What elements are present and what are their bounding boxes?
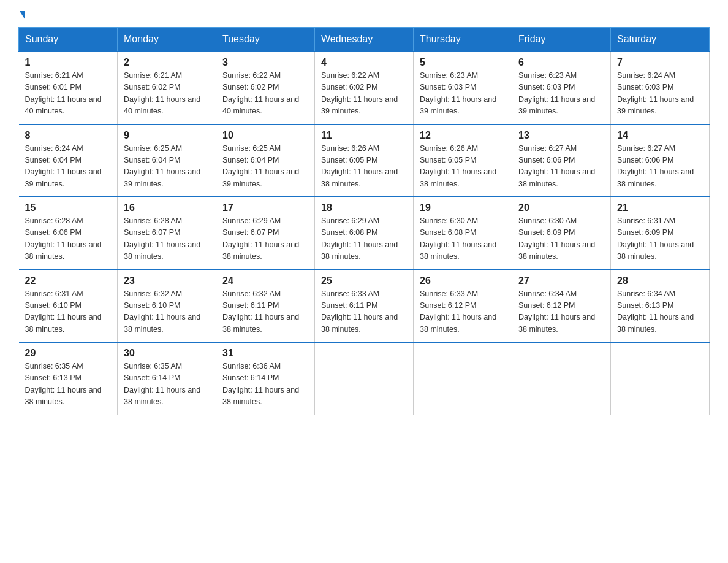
day-number: 31 (222, 348, 308, 359)
calendar-cell: 26 Sunrise: 6:33 AMSunset: 6:12 PMDaylig… (414, 270, 512, 343)
weekday-header-cell: Friday (512, 28, 611, 52)
day-info: Sunrise: 6:24 AMSunset: 6:03 PMDaylight:… (617, 71, 694, 115)
weekday-header-cell: Thursday (414, 28, 512, 52)
calendar-table: SundayMondayTuesdayWednesdayThursdayFrid… (18, 27, 710, 415)
calendar-cell: 22 Sunrise: 6:31 AMSunset: 6:10 PMDaylig… (19, 270, 118, 343)
calendar-cell: 25 Sunrise: 6:33 AMSunset: 6:11 PMDaylig… (315, 270, 414, 343)
day-number: 23 (124, 275, 210, 286)
day-number: 26 (420, 275, 506, 286)
day-info: Sunrise: 6:21 AMSunset: 6:01 PMDaylight:… (25, 71, 102, 115)
day-info: Sunrise: 6:36 AMSunset: 6:14 PMDaylight:… (222, 362, 299, 406)
day-number: 22 (25, 275, 112, 286)
calendar-cell: 2 Sunrise: 6:21 AMSunset: 6:02 PMDayligh… (118, 52, 216, 124)
calendar-cell: 23 Sunrise: 6:32 AMSunset: 6:10 PMDaylig… (118, 270, 216, 343)
day-number: 18 (321, 202, 407, 213)
day-info: Sunrise: 6:34 AMSunset: 6:13 PMDaylight:… (617, 289, 694, 334)
calendar-cell (611, 342, 710, 415)
logo (18, 12, 25, 21)
weekday-header-cell: Sunday (19, 28, 118, 52)
day-number: 3 (222, 57, 308, 68)
weekday-header-cell: Tuesday (216, 28, 315, 52)
day-info: Sunrise: 6:30 AMSunset: 6:09 PMDaylight:… (518, 216, 595, 261)
calendar-week-row: 15 Sunrise: 6:28 AMSunset: 6:06 PMDaylig… (19, 197, 710, 270)
day-info: Sunrise: 6:26 AMSunset: 6:05 PMDaylight:… (321, 144, 398, 188)
day-number: 1 (25, 57, 112, 68)
calendar-week-row: 1 Sunrise: 6:21 AMSunset: 6:01 PMDayligh… (19, 52, 710, 124)
calendar-cell: 6 Sunrise: 6:23 AMSunset: 6:03 PMDayligh… (512, 52, 611, 124)
day-info: Sunrise: 6:29 AMSunset: 6:07 PMDaylight:… (222, 216, 299, 261)
calendar-cell (414, 342, 512, 415)
calendar-cell (512, 342, 611, 415)
calendar-week-row: 22 Sunrise: 6:31 AMSunset: 6:10 PMDaylig… (19, 270, 710, 343)
day-number: 24 (222, 275, 308, 286)
day-number: 28 (617, 275, 703, 286)
calendar-cell: 30 Sunrise: 6:35 AMSunset: 6:14 PMDaylig… (118, 342, 216, 415)
day-number: 27 (518, 275, 604, 286)
calendar-cell: 14 Sunrise: 6:27 AMSunset: 6:06 PMDaylig… (611, 124, 710, 197)
calendar-cell: 12 Sunrise: 6:26 AMSunset: 6:05 PMDaylig… (414, 124, 512, 197)
weekday-header-cell: Monday (118, 28, 216, 52)
day-number: 21 (617, 202, 703, 213)
logo-triangle-icon (20, 11, 25, 20)
calendar-cell: 15 Sunrise: 6:28 AMSunset: 6:06 PMDaylig… (19, 197, 118, 270)
calendar-cell: 21 Sunrise: 6:31 AMSunset: 6:09 PMDaylig… (611, 197, 710, 270)
day-info: Sunrise: 6:35 AMSunset: 6:14 PMDaylight:… (124, 362, 200, 406)
day-number: 15 (25, 202, 112, 213)
day-info: Sunrise: 6:27 AMSunset: 6:06 PMDaylight:… (617, 144, 694, 188)
calendar-cell: 5 Sunrise: 6:23 AMSunset: 6:03 PMDayligh… (414, 52, 512, 124)
day-info: Sunrise: 6:35 AMSunset: 6:13 PMDaylight:… (25, 362, 102, 406)
day-number: 2 (124, 57, 210, 68)
day-number: 14 (617, 130, 703, 141)
day-info: Sunrise: 6:25 AMSunset: 6:04 PMDaylight:… (222, 144, 299, 188)
calendar-cell: 27 Sunrise: 6:34 AMSunset: 6:12 PMDaylig… (512, 270, 611, 343)
day-info: Sunrise: 6:23 AMSunset: 6:03 PMDaylight:… (420, 71, 496, 115)
day-info: Sunrise: 6:26 AMSunset: 6:05 PMDaylight:… (420, 144, 496, 188)
calendar-cell: 3 Sunrise: 6:22 AMSunset: 6:02 PMDayligh… (216, 52, 315, 124)
day-info: Sunrise: 6:30 AMSunset: 6:08 PMDaylight:… (420, 216, 496, 261)
day-info: Sunrise: 6:31 AMSunset: 6:09 PMDaylight:… (617, 216, 694, 261)
day-number: 7 (617, 57, 703, 68)
day-info: Sunrise: 6:33 AMSunset: 6:12 PMDaylight:… (420, 289, 496, 334)
weekday-header-cell: Wednesday (315, 28, 414, 52)
calendar-cell: 11 Sunrise: 6:26 AMSunset: 6:05 PMDaylig… (315, 124, 414, 197)
calendar-cell: 16 Sunrise: 6:28 AMSunset: 6:07 PMDaylig… (118, 197, 216, 270)
calendar-cell: 18 Sunrise: 6:29 AMSunset: 6:08 PMDaylig… (315, 197, 414, 270)
calendar-cell: 17 Sunrise: 6:29 AMSunset: 6:07 PMDaylig… (216, 197, 315, 270)
day-info: Sunrise: 6:21 AMSunset: 6:02 PMDaylight:… (124, 71, 200, 115)
day-info: Sunrise: 6:32 AMSunset: 6:10 PMDaylight:… (124, 289, 200, 334)
calendar-cell: 1 Sunrise: 6:21 AMSunset: 6:01 PMDayligh… (19, 52, 118, 124)
calendar-cell: 24 Sunrise: 6:32 AMSunset: 6:11 PMDaylig… (216, 270, 315, 343)
day-info: Sunrise: 6:28 AMSunset: 6:07 PMDaylight:… (124, 216, 200, 261)
day-number: 11 (321, 130, 407, 141)
day-number: 10 (222, 130, 308, 141)
day-info: Sunrise: 6:32 AMSunset: 6:11 PMDaylight:… (222, 289, 299, 334)
day-number: 4 (321, 57, 407, 68)
day-number: 12 (420, 130, 506, 141)
day-info: Sunrise: 6:23 AMSunset: 6:03 PMDaylight:… (518, 71, 595, 115)
day-number: 19 (420, 202, 506, 213)
calendar-cell: 7 Sunrise: 6:24 AMSunset: 6:03 PMDayligh… (611, 52, 710, 124)
day-info: Sunrise: 6:25 AMSunset: 6:04 PMDaylight:… (124, 144, 200, 188)
calendar-cell: 8 Sunrise: 6:24 AMSunset: 6:04 PMDayligh… (19, 124, 118, 197)
calendar-cell: 28 Sunrise: 6:34 AMSunset: 6:13 PMDaylig… (611, 270, 710, 343)
day-number: 6 (518, 57, 604, 68)
day-info: Sunrise: 6:29 AMSunset: 6:08 PMDaylight:… (321, 216, 398, 261)
day-info: Sunrise: 6:22 AMSunset: 6:02 PMDaylight:… (222, 71, 299, 115)
day-number: 5 (420, 57, 506, 68)
calendar-body: 1 Sunrise: 6:21 AMSunset: 6:01 PMDayligh… (19, 52, 710, 415)
day-info: Sunrise: 6:33 AMSunset: 6:11 PMDaylight:… (321, 289, 398, 334)
day-number: 25 (321, 275, 407, 286)
calendar-cell: 20 Sunrise: 6:30 AMSunset: 6:09 PMDaylig… (512, 197, 611, 270)
day-number: 8 (25, 130, 112, 141)
calendar-week-row: 29 Sunrise: 6:35 AMSunset: 6:13 PMDaylig… (19, 342, 710, 415)
day-info: Sunrise: 6:24 AMSunset: 6:04 PMDaylight:… (25, 144, 102, 188)
calendar-cell: 29 Sunrise: 6:35 AMSunset: 6:13 PMDaylig… (19, 342, 118, 415)
calendar-week-row: 8 Sunrise: 6:24 AMSunset: 6:04 PMDayligh… (19, 124, 710, 197)
day-info: Sunrise: 6:34 AMSunset: 6:12 PMDaylight:… (518, 289, 595, 334)
day-info: Sunrise: 6:28 AMSunset: 6:06 PMDaylight:… (25, 216, 102, 261)
day-number: 13 (518, 130, 604, 141)
page-header (18, 12, 710, 21)
day-number: 9 (124, 130, 210, 141)
day-info: Sunrise: 6:22 AMSunset: 6:02 PMDaylight:… (321, 71, 398, 115)
calendar-cell: 10 Sunrise: 6:25 AMSunset: 6:04 PMDaylig… (216, 124, 315, 197)
